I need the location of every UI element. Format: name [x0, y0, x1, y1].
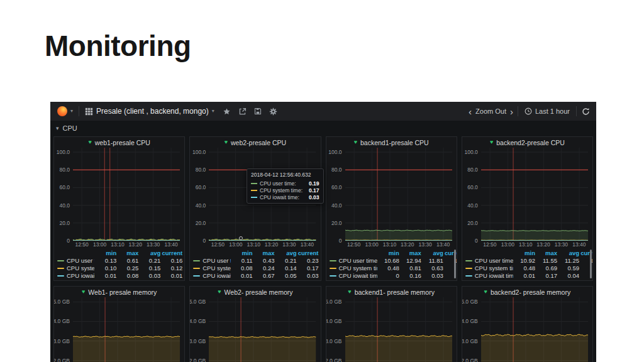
legend-header-max[interactable]: max — [253, 250, 275, 257]
panel-title[interactable]: ♥backend2- presale memory — [462, 287, 592, 297]
plot-area — [345, 148, 452, 241]
legend-scrollbar[interactable] — [454, 250, 456, 278]
graph-canvas[interactable] — [73, 148, 180, 241]
panel-backend2-presale-cpu: ♥backend2-presale CPU100.080.060.040.020… — [462, 136, 593, 281]
legend: minmaxavgcurrentCPU user time0.130.610.2… — [54, 249, 184, 280]
legend-header: minmaxavgcurrent — [465, 250, 593, 257]
navbar-right: ‹ Zoom Out › Last 1 hour — [465, 106, 594, 116]
series-name-text: CPU iowait time — [339, 272, 377, 280]
graph-canvas[interactable] — [481, 297, 588, 362]
series-color-dash — [251, 190, 257, 191]
series-color-dash — [465, 275, 472, 277]
legend-header-avg[interactable]: avg — [138, 250, 160, 257]
legend-series-name[interactable]: CPU iowait time — [465, 272, 513, 280]
star-button[interactable] — [219, 107, 235, 116]
panel-title[interactable]: ♥Web2- presale memory — [190, 287, 320, 297]
chart: 5.0 GB4.0 GB3.0 GB2.0 GB — [326, 297, 457, 362]
legend-header-min[interactable]: min — [377, 250, 399, 257]
legend-scrollbar[interactable] — [590, 250, 592, 278]
zoom-out-button[interactable]: Zoom Out — [475, 107, 507, 115]
panel-web2-presale-memory: ♥Web2- presale memory5.0 GB4.0 GB3.0 GB2… — [189, 286, 321, 362]
legend-header-max[interactable]: max — [116, 250, 138, 257]
plot-area — [481, 297, 588, 362]
legend-header-min[interactable]: min — [231, 250, 253, 257]
legend-header-min[interactable]: min — [94, 250, 116, 257]
y-tick-label: 4.0 GB — [462, 318, 478, 324]
graph-canvas[interactable] — [209, 297, 316, 362]
share-button[interactable] — [235, 107, 250, 116]
legend-avg-value: 11.81 — [421, 257, 443, 265]
panel-title[interactable]: ♥backend2-presale CPU — [462, 137, 592, 148]
legend-min-value: 0.01 — [231, 272, 253, 280]
y-tick-label: 0 — [203, 238, 206, 244]
cpu-panel-row: ♥web1-presale CPU100.080.060.040.020.001… — [50, 136, 596, 281]
legend-series-name[interactable]: CPU system time — [330, 265, 377, 272]
legend-max-value: 0.17 — [535, 272, 557, 280]
legend-current-value: 0.16 — [160, 257, 182, 265]
legend-series-name[interactable]: CPU iowait time — [57, 272, 94, 280]
legend-series-name[interactable]: CPU iowait time — [193, 272, 230, 280]
refresh-button[interactable] — [578, 107, 594, 116]
legend-avg-value: 0.21 — [138, 257, 160, 265]
chart: 5.0 GB4.0 GB3.0 GB2.0 GB — [54, 297, 184, 362]
panel-title[interactable]: ♥backend1- presale memory — [326, 287, 457, 297]
chart: 5.0 GB4.0 GB3.0 GB2.0 GB — [190, 297, 320, 362]
legend-series-name[interactable]: CPU iowait time — [330, 272, 377, 280]
legend-series-name[interactable]: CPU user time — [465, 257, 513, 265]
save-button[interactable] — [250, 107, 265, 115]
y-axis: 5.0 GB4.0 GB3.0 GB2.0 GB — [190, 297, 209, 362]
graph-canvas[interactable] — [345, 297, 452, 362]
gear-icon — [269, 107, 277, 116]
x-tick-label: 13:40 — [164, 241, 177, 248]
panel-backend1-presale-memory: ♥backend1- presale memory5.0 GB4.0 GB3.0… — [326, 286, 457, 362]
legend-series-name[interactable]: CPU system time — [193, 265, 230, 272]
legend-max-value: 0.43 — [253, 257, 275, 265]
panel-title[interactable]: ♥web1-presale CPU — [54, 137, 184, 148]
caret-down-icon: ▾ — [70, 109, 73, 114]
legend-series-name[interactable]: CPU user time — [57, 257, 94, 265]
panel-title[interactable]: ♥Web1- presale memory — [54, 287, 184, 297]
grafana-menu-button[interactable]: ▾ — [53, 102, 77, 121]
legend-series-name[interactable]: CPU system time — [57, 265, 94, 272]
clock-icon — [525, 107, 532, 115]
graph-canvas[interactable] — [345, 148, 452, 241]
legend-header-min[interactable]: min — [513, 250, 535, 257]
legend-min-value: 0.11 — [231, 257, 253, 265]
x-tick-label: 13:00 — [229, 241, 242, 248]
dashboard-picker[interactable]: Presale (client , backend, mongo) ▾ — [80, 102, 219, 121]
series-name-text: CPU system time — [339, 265, 377, 272]
legend-header-max[interactable]: max — [535, 250, 557, 257]
settings-button[interactable] — [265, 107, 281, 116]
legend-header-avg[interactable]: avg — [557, 250, 579, 257]
legend-row: CPU user time10.6812.9411.8111.2 — [330, 257, 457, 265]
legend-avg-value: 0.14 — [275, 265, 297, 272]
y-tick-label: 5.0 GB — [326, 299, 342, 305]
chevron-left-icon[interactable]: ‹ — [465, 107, 475, 116]
y-tick-label: 100.0 — [464, 149, 477, 155]
panel-title[interactable]: ♥web2-presale CPU — [190, 137, 320, 148]
y-tick-label: 40.0 — [196, 202, 206, 209]
legend-max-value: 0.08 — [116, 272, 138, 280]
legend-header-max[interactable]: max — [399, 250, 421, 257]
legend-header-avg[interactable]: avg — [275, 250, 297, 257]
y-tick-label: 5.0 GB — [53, 299, 70, 305]
chevron-right-icon[interactable]: › — [507, 107, 516, 116]
legend-header-current[interactable]: current — [297, 250, 319, 257]
legend-series-name[interactable]: CPU system time — [465, 265, 513, 272]
heart-icon: ♥ — [490, 140, 493, 145]
legend-series-name[interactable]: CPU user time — [193, 257, 230, 265]
panel-title-text: Web2- presale memory — [225, 288, 293, 296]
legend-header-avg[interactable]: avg — [421, 250, 443, 257]
row-header-cpu[interactable]: ▾ CPU — [50, 121, 83, 136]
graph-canvas[interactable] — [481, 148, 588, 241]
series-color-dash — [193, 260, 200, 261]
time-range-picker[interactable]: Last 1 hour — [519, 107, 575, 115]
series-color-dash — [330, 268, 336, 269]
panel-title[interactable]: ♥backend1-presale CPU — [326, 137, 457, 148]
legend-header-current[interactable]: current — [160, 250, 182, 257]
legend-current-value: 0.01 — [160, 272, 182, 280]
legend-avg-value: 0.15 — [138, 265, 160, 272]
heart-icon: ♥ — [484, 289, 487, 295]
graph-canvas[interactable] — [73, 297, 180, 362]
legend-series-name[interactable]: CPU user time — [330, 257, 377, 265]
